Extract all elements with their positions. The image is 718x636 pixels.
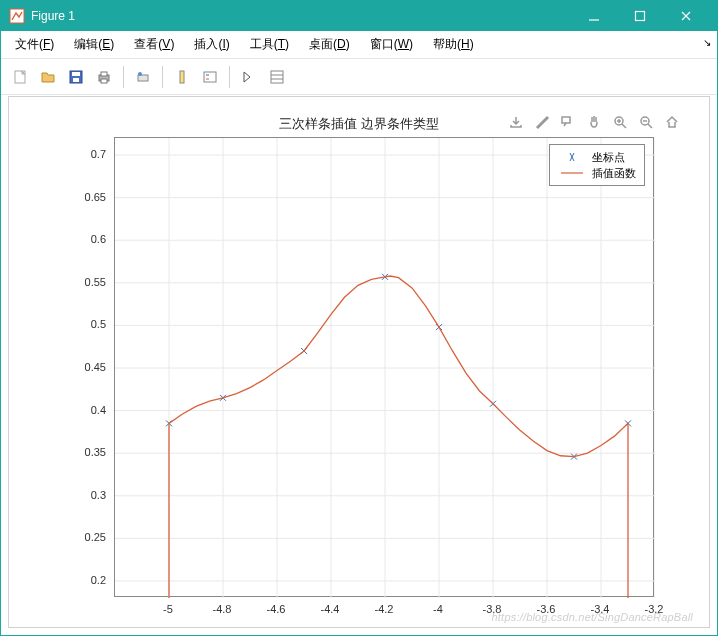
- menu-tools[interactable]: 工具(T): [240, 32, 299, 57]
- open-button[interactable]: [35, 64, 61, 90]
- property-inspector-button[interactable]: [264, 64, 290, 90]
- menu-edit[interactable]: 编辑(E): [64, 32, 124, 57]
- svg-text:0.45: 0.45: [85, 361, 106, 373]
- svg-text:-4.6: -4.6: [267, 603, 286, 615]
- svg-text:-4: -4: [433, 603, 443, 615]
- chart-svg: [115, 138, 655, 598]
- svg-text:-4.8: -4.8: [213, 603, 232, 615]
- svg-text:0.7: 0.7: [91, 148, 106, 160]
- legend-label-curve: 插值函数: [592, 166, 636, 181]
- menu-overflow-icon[interactable]: ↘: [703, 37, 711, 48]
- brush-icon[interactable]: [533, 113, 551, 131]
- svg-rect-16: [271, 71, 283, 83]
- svg-rect-5: [72, 72, 80, 76]
- edit-plot-button[interactable]: [236, 64, 262, 90]
- toolbar: [1, 59, 717, 95]
- svg-text:-5: -5: [163, 603, 173, 615]
- print-button[interactable]: [91, 64, 117, 90]
- menubar: 文件(F) 编辑(E) 查看(V) 插入(I) 工具(T) 桌面(D) 窗口(W…: [1, 31, 717, 59]
- figure-tool-strip: [507, 113, 681, 131]
- insert-colorbar-button[interactable]: [169, 64, 195, 90]
- datatip-icon[interactable]: [559, 113, 577, 131]
- chart-legend[interactable]: 坐标点 插值函数: [549, 144, 645, 186]
- link-axes-button[interactable]: [130, 64, 156, 90]
- new-figure-button[interactable]: [7, 64, 33, 90]
- zoom-out-icon[interactable]: [637, 113, 655, 131]
- svg-text:0.25: 0.25: [85, 531, 106, 543]
- figure-area: 三次样条插值 边界条件类型 坐标点: [8, 96, 710, 628]
- svg-text:0.5: 0.5: [91, 318, 106, 330]
- menu-help[interactable]: 帮助(H): [423, 32, 484, 57]
- menu-window[interactable]: 窗口(W): [360, 32, 423, 57]
- export-icon[interactable]: [507, 113, 525, 131]
- legend-marker-x-icon: [558, 152, 586, 162]
- svg-rect-6: [73, 78, 79, 82]
- figure-window: Figure 1 文件(F) 编辑(E) 查看(V) 插入(I) 工具(T) 桌…: [0, 0, 718, 636]
- svg-point-11: [138, 72, 142, 76]
- svg-rect-12: [180, 71, 184, 83]
- svg-text:0.2: 0.2: [91, 574, 106, 586]
- titlebar: Figure 1: [1, 1, 717, 31]
- svg-rect-0: [10, 9, 24, 23]
- svg-text:0.65: 0.65: [85, 191, 106, 203]
- pan-icon[interactable]: [585, 113, 603, 131]
- svg-text:0.55: 0.55: [85, 276, 106, 288]
- svg-rect-13: [204, 72, 216, 82]
- legend-label-points: 坐标点: [592, 150, 625, 165]
- insert-legend-button[interactable]: [197, 64, 223, 90]
- menu-view[interactable]: 查看(V): [124, 32, 184, 57]
- zoom-in-icon[interactable]: [611, 113, 629, 131]
- maximize-button[interactable]: [617, 1, 663, 31]
- menu-file[interactable]: 文件(F): [5, 32, 64, 57]
- legend-line-icon: [558, 168, 586, 178]
- svg-text:-3.6: -3.6: [537, 603, 556, 615]
- svg-text:-4.2: -4.2: [375, 603, 394, 615]
- svg-rect-8: [101, 72, 107, 76]
- home-icon[interactable]: [663, 113, 681, 131]
- app-icon: [9, 8, 25, 24]
- window-title: Figure 1: [31, 9, 571, 23]
- toolbar-separator: [123, 66, 124, 88]
- svg-text:0.3: 0.3: [91, 489, 106, 501]
- close-button[interactable]: [663, 1, 709, 31]
- legend-item-curve: 插值函数: [558, 165, 636, 181]
- svg-text:-4.4: -4.4: [321, 603, 340, 615]
- svg-rect-9: [101, 79, 107, 83]
- legend-item-points: 坐标点: [558, 149, 636, 165]
- svg-rect-19: [562, 117, 570, 123]
- svg-text:-3.4: -3.4: [591, 603, 610, 615]
- menu-desktop[interactable]: 桌面(D): [299, 32, 360, 57]
- chart-axes[interactable]: 坐标点 插值函数: [114, 137, 654, 597]
- svg-text:0.35: 0.35: [85, 446, 106, 458]
- watermark-text: https://blog.csdn.net/SingDanceRapBall: [492, 611, 693, 623]
- menu-insert[interactable]: 插入(I): [184, 32, 239, 57]
- toolbar-separator: [162, 66, 163, 88]
- svg-text:0.6: 0.6: [91, 233, 106, 245]
- svg-text:-3.2: -3.2: [645, 603, 664, 615]
- plot-wrap: 三次样条插值 边界条件类型 坐标点: [9, 97, 709, 627]
- svg-text:0.4: 0.4: [91, 404, 106, 416]
- minimize-button[interactable]: [571, 1, 617, 31]
- svg-rect-2: [636, 12, 645, 21]
- save-button[interactable]: [63, 64, 89, 90]
- svg-text:-3.8: -3.8: [483, 603, 502, 615]
- toolbar-separator: [229, 66, 230, 88]
